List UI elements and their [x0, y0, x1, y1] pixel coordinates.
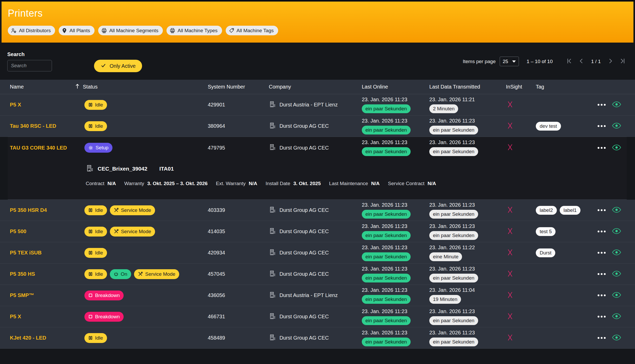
view-details-button[interactable] [612, 313, 621, 320]
view-details-button[interactable] [612, 207, 621, 214]
printer-name[interactable]: P5 TEX iSUB [10, 250, 75, 256]
system-number: 429901 [208, 102, 269, 108]
filter-all-plants[interactable]: All Plants [59, 26, 94, 35]
table-row[interactable]: P5 X Breakdown 466731 Durst Group AG CEC… [0, 306, 635, 327]
search-input[interactable] [7, 60, 52, 71]
tag-pill[interactable]: label1 [560, 206, 581, 215]
more-options-button[interactable] [598, 146, 606, 150]
pause-icon [88, 272, 93, 276]
previous-page-button[interactable] [577, 57, 586, 66]
more-options-button[interactable] [598, 251, 606, 255]
last-online-cell: 23. Jan. 2026 11:23 ein paar Sekunden [362, 287, 429, 304]
table-row[interactable]: TAU G3 CORE 340 LED Setup 479795 Durst G… [8, 138, 627, 158]
column-header-system-number[interactable]: System Number [208, 84, 269, 90]
printer-name[interactable]: P5 SMP™ [10, 292, 75, 298]
tag-pill[interactable]: test 5 [536, 227, 556, 236]
power-icon [114, 272, 118, 277]
table-row[interactable]: P5 SMP™ Breakdown 436056 Durst Austria -… [0, 285, 635, 306]
company-cell: Durst Group AG CEC [269, 144, 362, 152]
column-header-last-data-transmitted[interactable]: Last Data Transmitted [429, 84, 506, 90]
more-options-button[interactable] [598, 293, 606, 297]
last-page-button[interactable] [617, 57, 627, 66]
view-details-button[interactable] [612, 144, 621, 151]
row-actions [596, 249, 635, 256]
column-header-tag[interactable]: Tag [536, 84, 596, 90]
last-data-ago: 19 Minuten [429, 295, 461, 304]
table-row[interactable]: KJet 420 - LED Idle 458489 Durst Group A… [0, 327, 635, 349]
table-row[interactable]: P5 500 IdleService Mode 414035 Durst Gro… [0, 221, 635, 242]
building-icon [269, 270, 276, 278]
more-options-button[interactable] [598, 272, 606, 276]
status-badge-idle[interactable]: Idle [84, 227, 107, 237]
more-options-button[interactable] [598, 315, 606, 319]
column-header-status[interactable]: Status [75, 83, 208, 90]
first-page-button[interactable] [565, 57, 574, 66]
table-row[interactable]: Tau 340 RSC - LED Idle 380964 Durst Grou… [0, 116, 635, 137]
printer-name[interactable]: TAU G3 CORE 340 LED [10, 145, 75, 151]
tag-pill[interactable]: label2 [536, 206, 557, 215]
filter-all-machine-types[interactable]: All Machine Types [166, 26, 222, 35]
more-options-button[interactable] [598, 124, 606, 128]
view-details-button[interactable] [612, 271, 621, 278]
printer-name[interactable]: P5 X [10, 314, 75, 320]
status-badge-on[interactable]: On [110, 269, 131, 279]
more-options-button[interactable] [598, 208, 606, 212]
service-tools-icon [138, 272, 143, 277]
view-details-button[interactable] [612, 123, 621, 130]
printer-name[interactable]: P5 X [10, 102, 75, 108]
column-header-last-online[interactable]: Last Online [362, 84, 429, 90]
items-per-page-select[interactable]: 25 [500, 57, 519, 66]
printer-name[interactable]: P5 500 [10, 228, 75, 234]
status-badge-setup[interactable]: Setup [84, 143, 112, 153]
more-options-button[interactable] [598, 230, 606, 233]
view-details-button[interactable] [612, 292, 621, 299]
more-options-button[interactable] [598, 336, 606, 340]
status-badges: Setup [75, 143, 208, 153]
filter-all-machine-segments[interactable]: All Machine Segments [98, 26, 163, 35]
filter-all-machine-tags[interactable]: All Machine Tags [226, 26, 278, 35]
printer-name[interactable]: Tau 340 RSC - LED [10, 123, 75, 129]
filter-all-distributors[interactable]: All Distributors [8, 26, 55, 35]
status-badge-breakdown[interactable]: Breakdown [84, 312, 124, 322]
last-online-date: 23. Jan. 2026 11:23 [362, 245, 407, 251]
last-online-cell: 23. Jan. 2026 11:23 ein paar Sekunden [362, 97, 429, 113]
status-badge-idle[interactable]: Idle [84, 100, 107, 110]
column-header-name[interactable]: Name [10, 84, 75, 90]
printer-name[interactable]: P5 350 HSR D4 [10, 207, 75, 213]
last-data-ago: ein paar Sekunden [429, 338, 478, 346]
status-badge-idle[interactable]: Idle [84, 205, 107, 215]
search-label: Search [7, 51, 52, 57]
status-badges: IdleService Mode [75, 205, 208, 215]
system-number: 414035 [208, 228, 269, 234]
more-options-button[interactable] [598, 103, 606, 107]
tag-pill[interactable]: Durst [536, 248, 555, 257]
system-number: 420934 [208, 250, 269, 256]
eye-icon [612, 334, 621, 341]
status-badge-idle[interactable]: Idle [84, 121, 107, 131]
table-row[interactable]: P5 350 HS IdleOnService Mode 457045 Durs… [0, 264, 635, 285]
next-page-button[interactable] [605, 57, 615, 66]
view-details-button[interactable] [612, 334, 621, 341]
tags: label2label1 [536, 206, 596, 215]
printer-name[interactable]: KJet 420 - LED [10, 335, 75, 341]
table-row[interactable]: P5 X Idle 429901 Durst Austria - EPT Lie… [0, 94, 635, 116]
only-active-toggle[interactable]: Only Active [94, 60, 142, 72]
status-badge-idle[interactable]: Idle [84, 333, 107, 343]
status-badge-idle[interactable]: Idle [84, 269, 107, 279]
last-online-ago: ein paar Sekunden [362, 126, 411, 134]
status-badge-service[interactable]: Service Mode [110, 205, 155, 215]
view-details-button[interactable] [612, 228, 621, 235]
column-header-company[interactable]: Company [269, 84, 362, 90]
printer-name[interactable]: P5 350 HS [10, 271, 75, 277]
status-badge-service[interactable]: Service Mode [134, 269, 179, 279]
status-badge-breakdown[interactable]: Breakdown [84, 291, 124, 300]
view-details-button[interactable] [612, 249, 621, 256]
service-tools-icon [114, 229, 119, 234]
view-details-button[interactable] [612, 101, 621, 108]
tag-pill[interactable]: dev test [536, 122, 561, 131]
column-header-insight[interactable]: InSight [506, 84, 536, 90]
status-badge-idle[interactable]: Idle [84, 248, 107, 258]
table-row[interactable]: P5 350 HSR D4 IdleService Mode 403339 Du… [0, 200, 635, 221]
table-row[interactable]: P5 TEX iSUB Idle 420934 Durst Group AG C… [0, 242, 635, 264]
status-badge-service[interactable]: Service Mode [110, 227, 155, 237]
